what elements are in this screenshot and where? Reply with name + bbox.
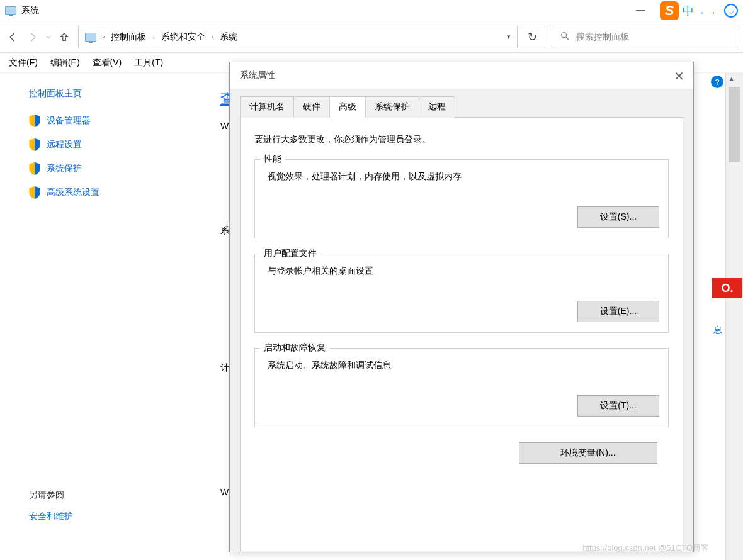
- see-also-title: 另请参阅: [29, 490, 73, 501]
- profiles-fieldset: 用户配置文件 与登录帐户相关的桌面设置 设置(E)...: [254, 254, 669, 333]
- scrollbar[interactable]: ? ▴ O. 息: [725, 73, 743, 560]
- profiles-desc: 与登录帐户相关的桌面设置: [264, 266, 659, 277]
- tab-protection[interactable]: 系统保护: [365, 96, 419, 118]
- window-titlebar: 系统 S 中 。， ◡: [0, 0, 743, 21]
- menu-tools[interactable]: 工具(T): [134, 57, 163, 69]
- search-input[interactable]: 搜索控制面板: [553, 26, 739, 48]
- up-button[interactable]: [55, 28, 73, 46]
- help-icon[interactable]: ?: [711, 76, 723, 88]
- navbar: › 控制面板 › 系统和安全 › 系统 ▾ ↻ 搜索控制面板: [0, 21, 743, 53]
- scroll-up-icon[interactable]: ▴: [730, 74, 734, 82]
- performance-fieldset: 性能 视觉效果，处理器计划，内存使用，以及虚拟内存 设置(S)...: [254, 159, 669, 238]
- startup-desc: 系统启动、系统故障和调试信息: [264, 360, 659, 371]
- close-button[interactable]: ✕: [674, 69, 684, 84]
- sidebar-item-label: 高级系统设置: [47, 187, 99, 198]
- shield-icon: [29, 138, 40, 151]
- sidebar-home-link[interactable]: 控制面板主页: [29, 88, 195, 99]
- startup-settings-button[interactable]: 设置(T)...: [577, 395, 659, 417]
- computer-icon: [5, 6, 16, 15]
- startup-legend: 启动和故障恢复: [260, 342, 329, 354]
- menu-view[interactable]: 查看(V): [93, 57, 122, 69]
- sidebar-item-protection[interactable]: 系统保护: [29, 162, 195, 175]
- svg-point-0: [562, 33, 567, 38]
- see-also-link[interactable]: 安全和维护: [29, 511, 73, 522]
- breadcrumb-item[interactable]: 系统: [220, 31, 237, 43]
- tab-computer-name[interactable]: 计算机名: [240, 96, 294, 118]
- back-button[interactable]: [4, 28, 21, 46]
- ime-lang-label: 中: [683, 3, 694, 18]
- see-also-section: 另请参阅 安全和维护: [29, 490, 73, 522]
- system-properties-dialog: 系统属性 ✕ 计算机名 硬件 高级 系统保护 远程 要进行大多数更改，你必须作为…: [229, 62, 694, 552]
- search-icon: [560, 31, 570, 43]
- menu-edit[interactable]: 编辑(E): [50, 57, 80, 69]
- tabbar: 计算机名 硬件 高级 系统保护 远程: [240, 96, 683, 118]
- titlebar-right: S 中 。， ◡: [636, 1, 738, 20]
- scroll-thumb[interactable]: [729, 87, 740, 162]
- ime-status[interactable]: 中 。， ◡: [683, 3, 738, 18]
- chevron-right-icon: ›: [152, 33, 154, 40]
- address-bar[interactable]: › 控制面板 › 系统和安全 › 系统 ▾: [78, 26, 518, 48]
- environment-variables-button[interactable]: 环境变量(N)...: [519, 442, 657, 464]
- shield-icon: [29, 162, 40, 175]
- tab-advanced[interactable]: 高级: [329, 96, 366, 118]
- performance-legend: 性能: [260, 154, 285, 165]
- admin-note: 要进行大多数更改，你必须作为管理员登录。: [254, 134, 669, 145]
- forward-button[interactable]: [24, 28, 42, 46]
- startup-fieldset: 启动和故障恢复 系统启动、系统故障和调试信息 设置(T)...: [254, 348, 669, 427]
- ime-emoji-icon[interactable]: ◡: [724, 4, 738, 18]
- refresh-icon: ↻: [528, 30, 537, 44]
- chevron-right-icon: ›: [212, 33, 213, 40]
- sidebar-item-remote[interactable]: 远程设置: [29, 138, 195, 151]
- breadcrumb-item[interactable]: 系统和安全: [161, 31, 205, 43]
- breadcrumb-item[interactable]: 控制面板: [111, 31, 146, 43]
- profiles-legend: 用户配置文件: [260, 248, 320, 259]
- sidebar-item-label: 设备管理器: [47, 115, 91, 126]
- sidebar-item-label: 系统保护: [47, 163, 82, 174]
- watermark: https://blog.csdn.net @51CTO博客: [582, 542, 709, 554]
- info-fragment: 息: [713, 325, 722, 336]
- tab-content: 要进行大多数更改，你必须作为管理员登录。 性能 视觉效果，处理器计划，内存使用，…: [240, 117, 683, 551]
- chevron-down-icon[interactable]: ▾: [507, 33, 511, 41]
- performance-settings-button[interactable]: 设置(S)...: [577, 206, 659, 228]
- ime-punct-label: 。，: [700, 5, 718, 16]
- shield-icon: [29, 115, 40, 127]
- refresh-button[interactable]: ↻: [520, 26, 545, 48]
- titlebar-left: 系统: [5, 5, 39, 16]
- sidebar-item-label: 远程设置: [47, 139, 82, 150]
- sidebar: 控制面板主页 设备管理器 远程设置 系统保护 高级系统设置 另请参阅 安全和维护: [0, 73, 208, 560]
- chevron-right-icon: ›: [103, 33, 105, 40]
- sogou-ime-icon[interactable]: S: [660, 1, 679, 20]
- lenovo-char: O.: [721, 282, 733, 295]
- svg-line-1: [566, 37, 569, 40]
- shield-icon: [29, 186, 40, 199]
- lenovo-logo: O.: [712, 278, 742, 298]
- menu-file[interactable]: 文件(F): [9, 57, 38, 69]
- performance-desc: 视觉效果，处理器计划，内存使用，以及虚拟内存: [264, 171, 659, 182]
- tab-hardware[interactable]: 硬件: [293, 96, 330, 118]
- recent-dropdown[interactable]: [44, 28, 53, 46]
- dialog-body: 计算机名 硬件 高级 系统保护 远程 要进行大多数更改，你必须作为管理员登录。 …: [230, 89, 693, 552]
- profiles-settings-button[interactable]: 设置(E)...: [577, 301, 659, 322]
- addr-computer-icon: [85, 33, 96, 42]
- sidebar-item-device-manager[interactable]: 设备管理器: [29, 115, 195, 127]
- search-placeholder: 搜索控制面板: [576, 31, 629, 43]
- tab-remote[interactable]: 远程: [419, 96, 455, 118]
- window-title: 系统: [21, 5, 39, 16]
- dialog-title: 系统属性: [230, 62, 693, 89]
- minimize-button[interactable]: [636, 10, 645, 11]
- sidebar-item-advanced[interactable]: 高级系统设置: [29, 186, 195, 199]
